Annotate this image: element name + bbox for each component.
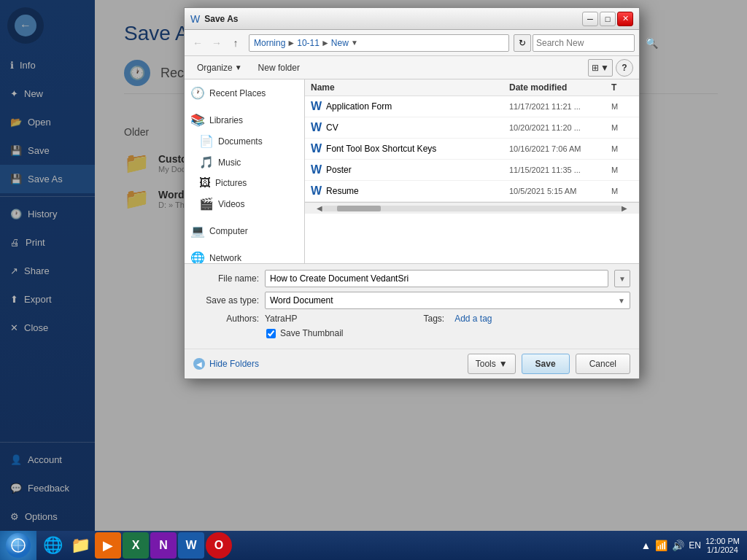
dialog-maximize-button[interactable]: □ — [600, 12, 616, 26]
nav-item-recent-places[interactable]: 🕐 Recent Places — [185, 82, 304, 104]
taskbar-word[interactable]: W — [178, 532, 204, 559]
scrollbar-track[interactable] — [322, 206, 622, 211]
search-input[interactable] — [536, 38, 646, 48]
nav-item-libraries[interactable]: 📚 Libraries — [185, 109, 304, 131]
breadcrumb-bar[interactable]: Morning ► 10-11 ► New ▼ — [249, 34, 509, 52]
nav-item-computer[interactable]: 💻 Computer — [185, 220, 304, 241]
tray-volume-icon[interactable]: 🔊 — [672, 540, 684, 551]
table-row[interactable]: W Application Form 11/17/2021 11:21 ... … — [305, 96, 639, 117]
file-item-name-col: W Font Tool Box Shortcut Keys — [311, 142, 509, 155]
system-clock[interactable]: 12:00 PM 1/1/2024 — [705, 537, 740, 554]
search-icon[interactable]: 🔍 — [646, 37, 658, 49]
search-box: 🔍 — [533, 34, 635, 52]
tags-label: Tags: — [423, 314, 444, 324]
pictures-icon: 🖼 — [199, 176, 211, 190]
dialog-form: File name: ▼ Save as type: Word Document… — [185, 263, 639, 349]
tools-button[interactable]: Tools ▼ — [468, 354, 516, 374]
new-folder-button[interactable]: New folder — [252, 59, 306, 77]
horizontal-scrollbar[interactable]: ◀ ▶ — [305, 202, 639, 214]
forward-nav-button[interactable]: → — [208, 34, 225, 52]
start-button[interactable] — [0, 531, 36, 560]
view-dropdown-arrow: ▼ — [600, 63, 609, 73]
table-row[interactable]: W CV 10/20/2021 11:20 ... M — [305, 117, 639, 139]
scrollbar-thumb[interactable] — [337, 206, 381, 211]
taskbar-ie[interactable]: 🌐 — [39, 532, 66, 559]
view-button[interactable]: ⊞ ▼ — [588, 59, 613, 77]
savetype-dropdown[interactable]: Word Document ▼ — [265, 292, 630, 309]
language-indicator[interactable]: EN — [689, 540, 701, 551]
hide-folders-button[interactable]: ◀ Hide Folders — [193, 358, 259, 370]
taskbar-media[interactable]: ▶ — [95, 532, 121, 559]
taskbar: 🌐 📁 ▶ X N W O ▲ 📶 🔊 EN 12:00 PM 1/1/2024 — [0, 531, 747, 560]
up-nav-button[interactable]: ↑ — [227, 34, 244, 52]
breadcrumb-dropdown-arrow[interactable]: ▼ — [349, 34, 360, 52]
dialog-window-controls: ─ □ ✕ — [582, 12, 633, 26]
file-word-icon: W — [311, 100, 322, 113]
file-word-icon: W — [311, 121, 322, 134]
file-type-col: M — [611, 144, 633, 153]
file-name-text: CV — [326, 122, 338, 133]
nav-item-music[interactable]: 🎵 Music — [185, 152, 304, 173]
dialog-organize-toolbar: Organize ▼ New folder ⊞ ▼ ? — [185, 56, 639, 79]
filename-row: File name: ▼ — [193, 270, 630, 287]
file-type-col: M — [611, 123, 633, 132]
nav-item-videos[interactable]: 🎬 Videos — [185, 193, 304, 214]
dialog-minimize-button[interactable]: ─ — [582, 12, 598, 26]
file-pane: Name Date modified T W Application Form … — [305, 79, 639, 263]
file-type-col: M — [611, 187, 633, 195]
file-item-name-col: W Resume — [311, 184, 509, 198]
breadcrumb-morning[interactable]: Morning — [254, 38, 285, 48]
music-icon: 🎵 — [199, 155, 214, 169]
tray-network-icon[interactable]: 📶 — [655, 540, 667, 551]
save-button[interactable]: Save — [522, 354, 570, 374]
clock-time: 12:00 PM — [705, 537, 740, 545]
file-type-col: M — [611, 166, 633, 174]
file-name-text: Resume — [326, 186, 359, 196]
col-type-header[interactable]: T — [611, 82, 633, 93]
file-item-name-col: W CV — [311, 121, 509, 134]
taskbar-excel[interactable]: X — [123, 532, 149, 559]
refresh-button[interactable]: ↻ — [514, 34, 531, 52]
table-row[interactable]: W Resume 10/5/2021 5:15 AM M — [305, 181, 639, 202]
table-row[interactable]: W Font Tool Box Shortcut Keys 10/16/2021… — [305, 139, 639, 160]
nav-item-pictures[interactable]: 🖼 Pictures — [185, 173, 304, 193]
nav-item-documents[interactable]: 📄 Documents — [185, 131, 304, 152]
breadcrumb-arrow-1: ► — [287, 38, 295, 48]
help-button[interactable]: ? — [616, 59, 633, 77]
scroll-right-arrow[interactable]: ▶ — [622, 204, 627, 212]
thumbnail-checkbox[interactable] — [266, 329, 276, 338]
taskbar-onenote[interactable]: N — [150, 532, 177, 559]
tags-add-link[interactable]: Add a tag — [454, 314, 492, 324]
dialog-close-button[interactable]: ✕ — [617, 12, 633, 26]
file-name-text: Font Tool Box Shortcut Keys — [326, 144, 436, 154]
file-name-text: Poster — [326, 165, 352, 175]
file-word-icon: W — [311, 163, 322, 176]
table-row[interactable]: W Poster 11/15/2021 11:35 ... M — [305, 160, 639, 181]
libraries-icon: 📚 — [190, 113, 205, 127]
dialog-nav-toolbar: ← → ↑ Morning ► 10-11 ► New ▼ ↻ 🔍 — [185, 30, 639, 56]
col-name-header[interactable]: Name — [311, 82, 509, 93]
back-nav-button[interactable]: ← — [189, 34, 206, 52]
tray-up-arrow[interactable]: ▲ — [640, 540, 651, 551]
filename-input[interactable] — [265, 270, 608, 287]
nav-item-network[interactable]: 🌐 Network — [185, 247, 304, 263]
breadcrumb-new[interactable]: New — [331, 38, 349, 48]
taskbar-opera[interactable]: O — [206, 532, 232, 559]
computer-icon: 💻 — [190, 224, 205, 238]
hide-folders-icon: ◀ — [193, 358, 205, 370]
thumbnail-label[interactable]: Save Thumbnail — [280, 328, 344, 338]
taskbar-files[interactable]: 📁 — [67, 532, 93, 559]
network-icon: 🌐 — [190, 251, 205, 263]
organize-button[interactable]: Organize ▼ — [190, 59, 249, 77]
clock-date: 1/1/2024 — [705, 545, 740, 554]
filename-dropdown-arrow[interactable]: ▼ — [614, 270, 630, 287]
col-date-header[interactable]: Date modified — [509, 82, 611, 93]
meta-row: Authors: YatraHP Tags: Add a tag — [193, 314, 630, 324]
dialog-title: Save As — [204, 14, 582, 24]
file-item-name-col: W Poster — [311, 163, 509, 176]
breadcrumb-10-11[interactable]: 10-11 — [297, 38, 320, 48]
savetype-label: Save as type: — [193, 295, 259, 306]
scroll-left-arrow[interactable]: ◀ — [317, 204, 322, 212]
file-word-icon: W — [311, 184, 322, 198]
cancel-button[interactable]: Cancel — [576, 354, 630, 374]
